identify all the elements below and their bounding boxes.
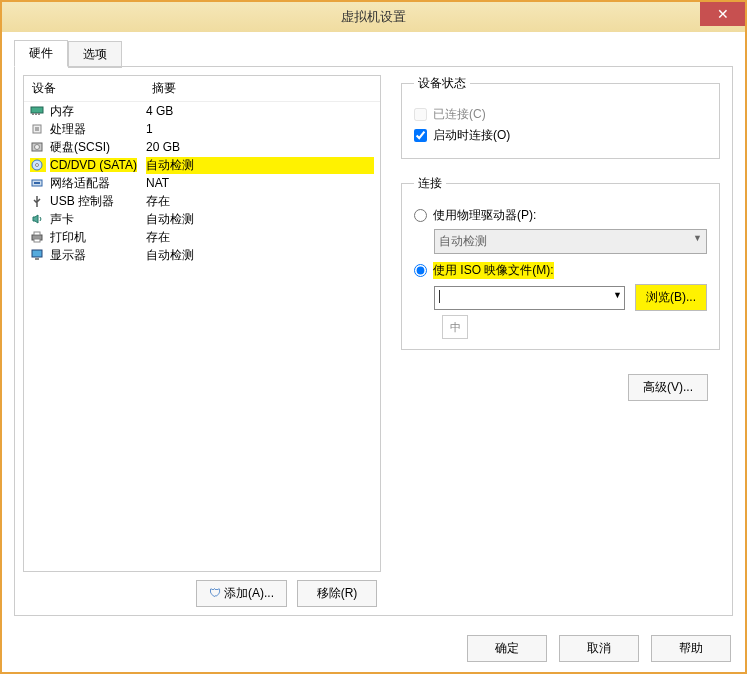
device-name: 打印机 (50, 229, 86, 246)
svg-rect-3 (38, 113, 40, 115)
device-row[interactable]: 处理器1 (24, 120, 380, 138)
dialog-footer: 确定 取消 帮助 (2, 625, 745, 672)
connection-legend: 连接 (414, 175, 446, 192)
svg-rect-0 (31, 107, 43, 113)
browse-button[interactable]: 浏览(B)... (635, 284, 707, 311)
device-summary: 自动检测 (146, 247, 374, 264)
svg-point-7 (35, 145, 40, 150)
device-name: 内存 (50, 103, 74, 120)
physical-radio[interactable] (414, 209, 427, 222)
vm-settings-window: 虚拟机设置 ✕ 硬件 选项 设备 摘要 内存4 GB处理器1硬盘(SCSI)20… (0, 0, 747, 674)
iso-file-combo[interactable]: ▼ (434, 286, 625, 310)
device-status-legend: 设备状态 (414, 75, 470, 92)
connect-poweron-checkbox[interactable] (414, 129, 427, 142)
physical-drive-combo: 自动检测 ▼ (434, 229, 707, 254)
connect-poweron-row[interactable]: 启动时连接(O) (414, 127, 707, 144)
device-name: 网络适配器 (50, 175, 110, 192)
printer-icon (30, 230, 46, 244)
physical-drive-row[interactable]: 使用物理驱动器(P): (414, 207, 707, 224)
device-summary: 存在 (146, 193, 374, 210)
add-button[interactable]: 🛡 添加(A)... (196, 580, 287, 607)
device-row[interactable]: 显示器自动检测 (24, 246, 380, 264)
svg-rect-15 (34, 239, 40, 242)
device-row[interactable]: CD/DVD (SATA)自动检测 (24, 156, 380, 174)
device-row[interactable]: 硬盘(SCSI)20 GB (24, 138, 380, 156)
close-button[interactable]: ✕ (700, 2, 745, 26)
device-row[interactable]: 声卡自动检测 (24, 210, 380, 228)
device-row[interactable]: 打印机存在 (24, 228, 380, 246)
device-name: USB 控制器 (50, 193, 114, 210)
hdr-device: 设备 (32, 80, 152, 97)
svg-point-9 (36, 164, 39, 167)
device-name: 处理器 (50, 121, 86, 138)
usb-icon (30, 194, 46, 208)
svg-rect-11 (34, 182, 40, 184)
iso-input-row: ▼ 浏览(B)... (434, 284, 707, 311)
connected-row: 已连接(C) (414, 106, 707, 123)
connected-checkbox (414, 108, 427, 121)
device-name: CD/DVD (SATA) (50, 158, 137, 172)
right-column: 设备状态 已连接(C) 启动时连接(O) 连接 使用物理驱动器(P): (401, 67, 732, 615)
device-summary: 自动检测 (146, 157, 374, 174)
chevron-down-icon[interactable]: ▼ (613, 290, 622, 300)
titlebar: 虚拟机设置 ✕ (2, 2, 745, 32)
advanced-row: 高级(V)... (401, 374, 720, 401)
device-list-header: 设备 摘要 (24, 76, 380, 102)
tabs: 硬件 选项 (2, 32, 745, 67)
device-summary: 1 (146, 122, 374, 136)
device-summary: NAT (146, 176, 374, 190)
net-icon (30, 176, 46, 190)
window-title: 虚拟机设置 (341, 8, 406, 26)
ime-indicator: 中 (442, 315, 468, 339)
device-name: 声卡 (50, 211, 74, 228)
chevron-down-icon: ▼ (693, 233, 702, 243)
disk-icon (30, 140, 46, 154)
svg-rect-14 (34, 232, 40, 235)
device-row[interactable]: 网络适配器NAT (24, 174, 380, 192)
device-row[interactable]: USB 控制器存在 (24, 192, 380, 210)
sound-icon (30, 212, 46, 226)
device-status-group: 设备状态 已连接(C) 启动时连接(O) (401, 75, 720, 159)
device-summary: 自动检测 (146, 211, 374, 228)
iso-row[interactable]: 使用 ISO 映像文件(M): (414, 262, 707, 279)
svg-rect-1 (32, 113, 34, 115)
shield-icon: 🛡 (209, 586, 221, 600)
content: 硬件 选项 设备 摘要 内存4 GB处理器1硬盘(SCSI)20 GBCD/DV… (2, 32, 745, 672)
device-list[interactable]: 设备 摘要 内存4 GB处理器1硬盘(SCSI)20 GBCD/DVD (SAT… (23, 75, 381, 572)
svg-point-12 (36, 205, 38, 207)
device-row[interactable]: 内存4 GB (24, 102, 380, 120)
tab-hardware[interactable]: 硬件 (14, 40, 68, 67)
cancel-button[interactable]: 取消 (559, 635, 639, 662)
ok-button[interactable]: 确定 (467, 635, 547, 662)
cd-icon (30, 158, 46, 172)
hdr-summary: 摘要 (152, 80, 176, 97)
device-summary: 20 GB (146, 140, 374, 154)
memory-icon (30, 104, 46, 118)
svg-rect-5 (35, 127, 39, 131)
svg-rect-16 (32, 250, 42, 257)
device-name: 硬盘(SCSI) (50, 139, 110, 156)
svg-rect-17 (35, 258, 39, 260)
left-column: 设备 摘要 内存4 GB处理器1硬盘(SCSI)20 GBCD/DVD (SAT… (15, 67, 385, 615)
help-button[interactable]: 帮助 (651, 635, 731, 662)
device-summary: 4 GB (146, 104, 374, 118)
iso-radio[interactable] (414, 264, 427, 277)
device-buttons: 🛡 添加(A)... 移除(R) (19, 580, 385, 607)
display-icon (30, 248, 46, 262)
device-name: 显示器 (50, 247, 86, 264)
tab-panel-hardware: 设备 摘要 内存4 GB处理器1硬盘(SCSI)20 GBCD/DVD (SAT… (14, 66, 733, 616)
remove-button[interactable]: 移除(R) (297, 580, 377, 607)
connection-group: 连接 使用物理驱动器(P): 自动检测 ▼ 使用 ISO 映像文件(M): (401, 175, 720, 350)
device-summary: 存在 (146, 229, 374, 246)
svg-rect-2 (35, 113, 37, 115)
tab-options[interactable]: 选项 (68, 41, 122, 68)
iso-label: 使用 ISO 映像文件(M): (433, 262, 554, 279)
advanced-button[interactable]: 高级(V)... (628, 374, 708, 401)
cpu-icon (30, 122, 46, 136)
